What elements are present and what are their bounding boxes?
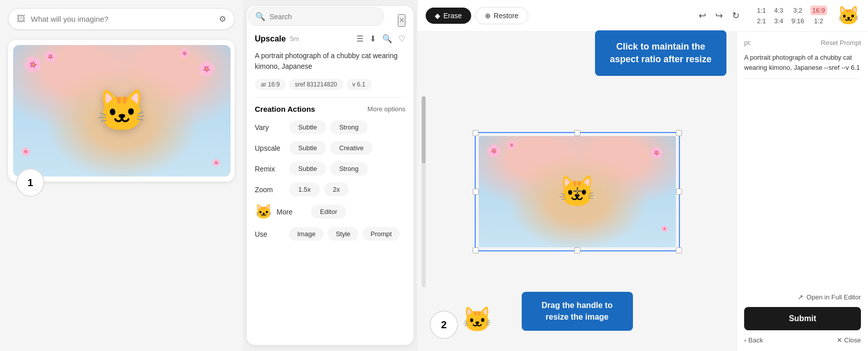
card-description: A portrait photograph of a chubby cat we…	[255, 51, 405, 72]
editor-area: 🌸 🌸 🌸 🌸 🐱 ✛	[418, 32, 868, 351]
editor-btn[interactable]: Editor	[311, 205, 346, 218]
right-panel: ◆ Erase ⊕ Restore ↩ ↪ ↻ 1:1 4:3 3:2 16:9…	[418, 0, 868, 351]
ratio-12-btn[interactable]: 1:2	[810, 16, 827, 26]
main-search-input[interactable]	[31, 15, 214, 23]
ratio-34-btn[interactable]: 3:4	[772, 16, 785, 26]
more-options-link[interactable]: More options	[368, 105, 405, 113]
erase-icon: ◆	[435, 12, 440, 20]
middle-panel: × Upscale 5m ☰ ⬇ 🔍 ♡ A portrait photogra…	[247, 6, 414, 345]
scrollbar-track[interactable]	[422, 96, 426, 287]
ratio-buttons: 1:1 4:3 3:2 16:9 2:1 3:4 9:16 1:2	[755, 6, 827, 26]
zoom-2x-btn[interactable]: 2x	[324, 183, 349, 196]
close-button[interactable]: ×	[398, 14, 405, 27]
handle-ml[interactable]	[473, 189, 479, 195]
reset-prompt-btn[interactable]: Reset Prompt	[821, 39, 861, 47]
card-title-row: Upscale 5m	[255, 34, 299, 43]
prompt-text: A portrait photograph of a chubby cat we…	[744, 53, 861, 72]
use-style-btn[interactable]: Style	[328, 227, 358, 241]
handle-tr[interactable]	[676, 130, 682, 136]
mascot-icon-toolbar: 🐱	[837, 5, 860, 26]
use-label: Use	[255, 230, 285, 238]
remix-label: Remix	[255, 165, 285, 173]
toolbar-right: ↩ ↪ ↻	[696, 8, 743, 23]
prompt-label: pt:	[744, 39, 751, 47]
use-prompt-btn[interactable]: Prompt	[362, 227, 400, 241]
step-badge-1: 1	[16, 168, 44, 197]
card-icons: ☰ ⬇ 🔍 ♡	[356, 34, 405, 43]
zoom-label: Zoom	[255, 186, 285, 194]
handle-bl[interactable]	[473, 247, 479, 253]
handle-mr[interactable]	[676, 189, 682, 195]
ratio-43-btn[interactable]: 4:3	[772, 6, 785, 15]
open-full-editor-btn[interactable]: ↗ Open in Full Editor	[744, 293, 861, 301]
mascot-icon-left: 🐱	[255, 203, 272, 220]
tags-row: ar 16:9 sref 831214820 v 6.1	[255, 79, 405, 90]
settings-icon[interactable]: ⚙	[219, 14, 226, 24]
vary-row: Vary Subtle Strong	[255, 120, 405, 134]
search-icon-middle: 🔍	[255, 12, 265, 21]
main-search-bar: 🖼 ⚙	[8, 8, 235, 30]
handle-br[interactable]	[676, 247, 682, 253]
more-label: More	[277, 208, 307, 216]
vary-subtle-btn[interactable]: Subtle	[289, 120, 326, 134]
upscale-label: Upscale	[255, 144, 285, 152]
toolbar-left: ◆ Erase ⊕ Restore	[426, 7, 528, 24]
image-icon: 🖼	[17, 14, 26, 24]
scrollbar-thumb[interactable]	[422, 97, 426, 164]
ratio-916-btn[interactable]: 9:16	[789, 16, 806, 26]
card-time: 5m	[290, 35, 299, 42]
middle-search-input[interactable]	[269, 13, 371, 21]
close-footer-button[interactable]: ✕ Close	[837, 336, 861, 344]
search-icon[interactable]: 🔍	[382, 34, 392, 43]
ratio-21-btn[interactable]: 2:1	[755, 16, 768, 26]
redo-button[interactable]: ↪	[712, 8, 726, 23]
vary-strong-btn[interactable]: Strong	[330, 120, 368, 134]
image-card-inner: 🌸 🌸 🌸 🌸 🌸 🌸 🐱	[8, 40, 235, 182]
middle-search-container: 🔍	[248, 7, 384, 26]
ratio-169-btn[interactable]: 16:9	[810, 6, 827, 15]
handle-tm[interactable]	[574, 130, 580, 136]
card-header: Upscale 5m ☰ ⬇ 🔍 ♡	[255, 34, 405, 43]
left-panel: 🖼 ⚙ 🌸 🌸 🌸 🌸 🌸 🌸 🐱 1	[0, 0, 243, 351]
refresh-button[interactable]: ↻	[729, 8, 743, 23]
aspect-ratio-tooltip: Click to maintain the aspect ratio after…	[595, 30, 726, 76]
image-container: 🌸 🌸 🌸 🌸 🐱 ✛	[479, 136, 676, 247]
resize-tooltip: Drag the handle to resize the image	[522, 292, 633, 331]
remix-strong-btn[interactable]: Strong	[330, 162, 368, 176]
cat-image-left-content: 🐱	[97, 87, 147, 135]
upscale-creative-btn[interactable]: Creative	[330, 141, 373, 155]
x-icon: ✕	[837, 336, 842, 344]
handle-tl[interactable]	[473, 130, 479, 136]
heart-icon[interactable]: ♡	[398, 34, 405, 43]
card-title: Upscale	[255, 34, 286, 43]
remix-subtle-btn[interactable]: Subtle	[289, 162, 326, 176]
restore-button[interactable]: ⊕ Restore	[475, 7, 528, 24]
undo-button[interactable]: ↩	[696, 8, 709, 23]
upscale-subtle-btn[interactable]: Subtle	[289, 141, 326, 155]
more-row: 🐱 More Editor	[255, 203, 405, 220]
right-sidebar: pt: Reset Prompt A portrait photograph o…	[737, 32, 868, 351]
ratio-11-btn[interactable]: 1:1	[755, 6, 768, 15]
tag-v: v 6.1	[346, 79, 372, 90]
move-cursor-icon: ✛	[573, 185, 582, 198]
use-image-btn[interactable]: Image	[289, 227, 324, 241]
back-button[interactable]: ‹ Back	[744, 336, 763, 344]
zoom-row: Zoom 1.5x 2x	[255, 183, 405, 196]
step-badge-2: 2	[430, 311, 458, 339]
erase-button[interactable]: ◆ Erase	[426, 8, 471, 24]
submit-button[interactable]: Submit	[744, 307, 861, 330]
zoom-15x-btn[interactable]: 1.5x	[289, 183, 320, 196]
menu-icon[interactable]: ☰	[356, 34, 363, 43]
tag-sref: sref 831214820	[289, 79, 343, 90]
editor-toolbar: ◆ Erase ⊕ Restore ↩ ↪ ↻ 1:1 4:3 3:2 16:9…	[418, 0, 868, 32]
external-link-icon: ↗	[798, 293, 803, 301]
chevron-left-icon: ‹	[744, 336, 746, 344]
sidebar-divider	[744, 78, 861, 79]
restore-icon: ⊕	[485, 12, 491, 20]
image-card-left: 🌸 🌸 🌸 🌸 🌸 🌸 🐱 1	[8, 40, 235, 182]
middle-search-bar: 🔍	[248, 7, 384, 26]
nav-footer: ‹ Back ✕ Close	[744, 336, 861, 344]
download-icon[interactable]: ⬇	[370, 34, 376, 43]
ratio-32-btn[interactable]: 3:2	[789, 6, 806, 15]
handle-bm[interactable]	[574, 247, 580, 253]
